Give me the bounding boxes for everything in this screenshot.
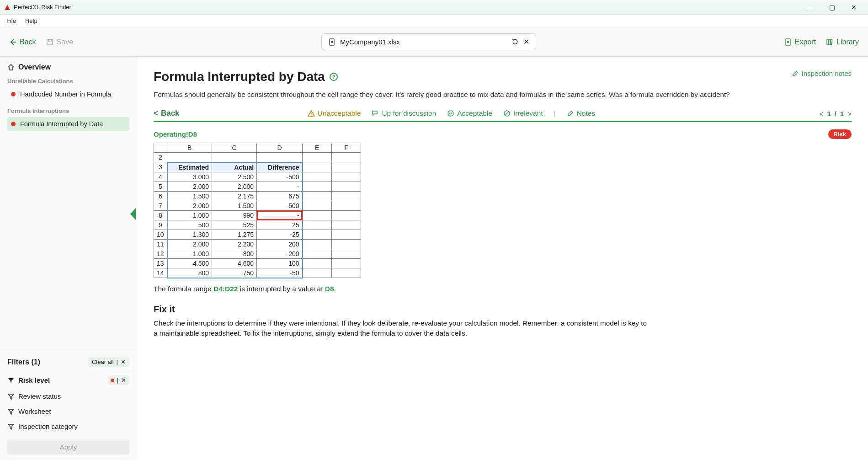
- cell: Difference: [257, 162, 303, 172]
- app-logo-icon: [4, 4, 11, 11]
- library-icon: [826, 38, 833, 46]
- filter-label: Review status: [18, 392, 61, 400]
- mark-irrelevant-button[interactable]: Irrelevant: [503, 109, 543, 118]
- cell: 1.500: [212, 201, 257, 210]
- table-row: 3EstimatedActualDifference: [154, 162, 361, 172]
- table-row: 72.0001.500-500: [154, 201, 361, 210]
- cell: 3.000: [167, 172, 212, 182]
- filter-inspection-category[interactable]: Inspection category: [7, 419, 129, 434]
- save-button[interactable]: Save: [46, 38, 73, 46]
- fix-title: Fix it: [154, 304, 852, 315]
- back-label: Back: [20, 38, 36, 46]
- table-row: 43.0002.500-500: [154, 172, 361, 182]
- help-icon[interactable]: ?: [330, 73, 338, 81]
- filter-risk-chip[interactable]: | ✕: [107, 375, 129, 385]
- filters-panel: Filters (1) Clear all | ✕ Risk level | ✕: [0, 351, 137, 460]
- cell: 1.000: [167, 210, 212, 220]
- cell: 2.200: [212, 239, 257, 249]
- clear-all-label: Clear all: [92, 358, 114, 365]
- cell: 750: [212, 268, 257, 278]
- table-row: 52.0002.000-: [154, 182, 361, 191]
- table-row: 101.3001.275-25: [154, 230, 361, 239]
- svg-rect-0: [47, 39, 53, 45]
- row-header: 14: [154, 268, 167, 278]
- row-header: 9: [154, 220, 167, 230]
- apply-button[interactable]: Apply: [7, 439, 129, 455]
- note-text: .: [334, 285, 336, 293]
- cell: 2.000: [167, 182, 212, 191]
- file-icon: [328, 38, 335, 46]
- chat-icon: [372, 110, 379, 117]
- pager: < 1 / 1 >: [820, 110, 852, 118]
- mark-discussion-button[interactable]: Up for discussion: [372, 109, 436, 118]
- finding-toolbar: < Back Unacceptable Up for discussion Ac…: [154, 109, 852, 122]
- cell: 800: [212, 249, 257, 258]
- sidebar-content: Overview Unreliable Calculations Hardcod…: [0, 57, 137, 351]
- menu-help[interactable]: Help: [21, 16, 42, 26]
- library-label: Library: [836, 38, 859, 46]
- table-row: 2: [154, 153, 361, 162]
- inspection-notes-button[interactable]: Inspection notes: [792, 70, 852, 77]
- row-header: 13: [154, 258, 167, 268]
- topbar-right: Export Library: [784, 38, 859, 46]
- cell: Estimated: [167, 162, 212, 172]
- finding-back-button[interactable]: < Back: [154, 109, 180, 118]
- menu-file[interactable]: File: [2, 16, 21, 26]
- row-header: 4: [154, 172, 167, 182]
- col-header: F: [332, 143, 361, 153]
- finding-header: Operating!D8 Risk: [154, 129, 852, 139]
- sidebar-overview[interactable]: Overview: [7, 63, 129, 71]
- table-row: 950052525: [154, 220, 361, 230]
- svg-line-11: [505, 112, 509, 115]
- funnel-icon: [7, 377, 15, 384]
- mark-unacceptable-button[interactable]: Unacceptable: [308, 109, 361, 118]
- library-button[interactable]: Library: [826, 38, 859, 46]
- cell: -: [257, 182, 303, 191]
- mark-acceptable-button[interactable]: Acceptable: [447, 109, 492, 118]
- undo-icon[interactable]: [511, 38, 519, 46]
- file-pill: MyCompany01.xlsx ✕: [321, 33, 536, 50]
- page-total: 1: [840, 110, 844, 118]
- export-label: Export: [795, 38, 816, 46]
- topbar-center: MyCompany01.xlsx ✕: [73, 33, 784, 50]
- export-button[interactable]: Export: [784, 38, 816, 46]
- sidebar-item-hardcoded[interactable]: Hardcoded Number in Formula: [7, 87, 129, 101]
- filters-title: Filters (1): [7, 358, 40, 366]
- separator: |: [117, 358, 118, 365]
- back-label: Back: [161, 109, 180, 118]
- filter-review-status[interactable]: Review status: [7, 389, 129, 404]
- filter-risk-level[interactable]: Risk level | ✕: [7, 372, 129, 389]
- close-button[interactable]: ✕: [847, 4, 861, 11]
- svg-rect-5: [829, 39, 830, 45]
- toolbar-actions: Unacceptable Up for discussion Acceptabl…: [308, 109, 596, 118]
- cell: Actual: [212, 162, 257, 172]
- sidebar-item-interrupted[interactable]: Formula Interrupted by Data: [7, 117, 129, 131]
- page-next-button[interactable]: >: [847, 110, 852, 118]
- back-button[interactable]: Back: [9, 38, 36, 46]
- filename: MyCompany01.xlsx: [340, 38, 507, 46]
- edit-icon: [567, 110, 574, 117]
- clear-all-button[interactable]: Clear all | ✕: [88, 357, 129, 367]
- export-icon: [784, 38, 792, 46]
- funnel-icon: [7, 423, 15, 430]
- notes-button[interactable]: Notes: [567, 109, 596, 118]
- action-label: Irrelevant: [513, 109, 543, 118]
- maximize-button[interactable]: ▢: [825, 4, 839, 11]
- spreadsheet-preview: B C D E F 2 3EstimatedActualDifference 4…: [154, 143, 361, 278]
- cell: 2.000: [167, 239, 212, 249]
- cell: 1.500: [167, 191, 212, 201]
- cell: 990: [212, 210, 257, 220]
- cell: 1.000: [167, 249, 212, 258]
- cell: 200: [257, 239, 303, 249]
- page-prev-button[interactable]: <: [820, 110, 824, 118]
- funnel-icon: [7, 393, 15, 400]
- minimize-button[interactable]: —: [803, 4, 817, 11]
- corner-cell: [154, 143, 167, 153]
- col-header: D: [257, 143, 303, 153]
- highlight-border: [256, 210, 303, 220]
- sidebar-item-label: Formula Interrupted by Data: [20, 120, 103, 128]
- file-close-icon[interactable]: ✕: [523, 37, 529, 46]
- cell: 500: [167, 220, 212, 230]
- row-header: 2: [154, 153, 167, 162]
- filter-worksheet[interactable]: Worksheet: [7, 404, 129, 419]
